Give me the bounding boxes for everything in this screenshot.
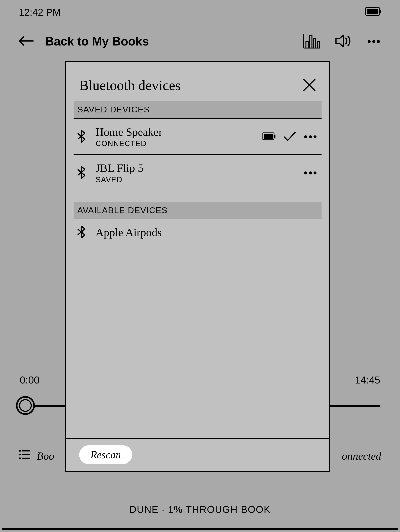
saved-device-row[interactable]: Home Speaker CONNECTED ••• xyxy=(74,119,322,155)
svg-marker-10 xyxy=(336,35,343,47)
elapsed-time: 0:00 xyxy=(20,374,39,386)
device-more-icon[interactable]: ••• xyxy=(304,134,318,139)
svg-rect-21 xyxy=(274,135,275,138)
progress-thumb[interactable] xyxy=(16,396,35,415)
bluetooth-icon xyxy=(77,130,85,143)
equalizer-icon[interactable] xyxy=(303,33,320,49)
bottom-right-label-truncated: onnected xyxy=(342,450,381,462)
list-icon[interactable] xyxy=(19,449,30,462)
bluetooth-icon xyxy=(77,226,85,239)
status-bar: 12:42 PM xyxy=(0,0,400,25)
svg-rect-7 xyxy=(310,35,312,48)
speaker-icon[interactable] xyxy=(335,33,352,49)
svg-rect-8 xyxy=(313,39,316,48)
device-name: JBL Flip 5 xyxy=(96,162,294,175)
saved-devices-header: SAVED DEVICES xyxy=(74,101,322,119)
available-device-row[interactable]: Apple Airpods xyxy=(74,219,322,246)
device-battery-icon xyxy=(263,131,276,143)
available-devices-header: AVAILABLE DEVICES xyxy=(74,202,322,219)
svg-rect-2 xyxy=(380,10,381,13)
svg-rect-9 xyxy=(317,42,319,48)
checkmark-icon xyxy=(283,131,296,143)
more-icon[interactable]: ••• xyxy=(367,39,381,44)
close-icon[interactable] xyxy=(303,78,316,92)
saved-device-row[interactable]: JBL Flip 5 SAVED ••• xyxy=(74,155,322,190)
book-progress-label: DUNE · 1% THROUGH BOOK xyxy=(0,504,400,515)
bottom-left-label-truncated: Boo xyxy=(37,450,54,462)
rescan-button[interactable]: Rescan xyxy=(79,445,132,464)
device-more-icon[interactable]: ••• xyxy=(304,170,318,175)
modal-title: Bluetooth devices xyxy=(79,77,181,93)
back-arrow-icon[interactable] xyxy=(19,35,34,47)
battery-icon xyxy=(365,6,381,18)
device-name: Home Speaker xyxy=(96,126,252,139)
status-time: 12:42 PM xyxy=(19,6,61,18)
app-header: Back to My Books ••• xyxy=(0,29,400,54)
total-time: 14:45 xyxy=(355,374,380,386)
modal-footer: Rescan xyxy=(66,438,329,471)
device-name: Apple Airpods xyxy=(96,226,318,239)
svg-rect-20 xyxy=(264,134,273,139)
svg-rect-1 xyxy=(367,9,378,14)
svg-rect-6 xyxy=(306,42,308,48)
bottom-border xyxy=(2,528,398,530)
bluetooth-devices-modal: Bluetooth devices SAVED DEVICES Home Spe… xyxy=(65,61,330,472)
back-to-my-books-label[interactable]: Back to My Books xyxy=(45,34,149,48)
svg-point-13 xyxy=(19,457,21,459)
device-status: SAVED xyxy=(96,175,294,184)
svg-point-11 xyxy=(19,450,21,452)
device-status: CONNECTED xyxy=(96,139,252,148)
bluetooth-icon xyxy=(77,166,85,179)
svg-point-12 xyxy=(19,454,21,456)
